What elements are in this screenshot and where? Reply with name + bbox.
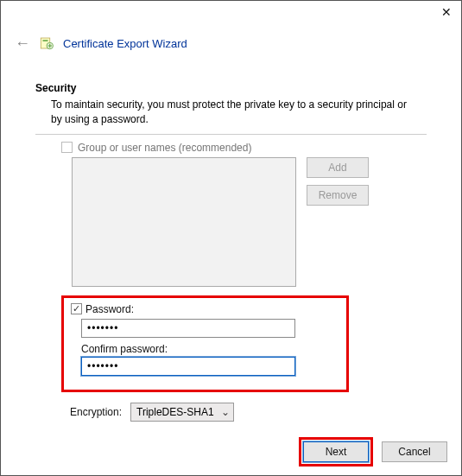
add-button: Add bbox=[307, 157, 369, 178]
encryption-dropdown[interactable]: TripleDES-SHA1 ⌄ bbox=[130, 403, 234, 422]
content-area: Security To maintain security, you must … bbox=[1, 65, 461, 422]
encryption-label: Encryption: bbox=[70, 406, 122, 418]
next-button-highlight: Next bbox=[299, 437, 373, 466]
close-icon[interactable]: ✕ bbox=[439, 4, 454, 20]
checkmark-icon: ✓ bbox=[73, 304, 80, 314]
back-arrow-icon: ← bbox=[15, 35, 30, 51]
encryption-selected-value: TripleDES-SHA1 bbox=[136, 406, 214, 418]
confirm-password-label: Confirm password: bbox=[71, 343, 339, 355]
svg-rect-1 bbox=[43, 40, 48, 41]
separator bbox=[35, 134, 427, 135]
header: ← Certificate Export Wizard bbox=[1, 29, 461, 65]
chevron-down-icon: ⌄ bbox=[218, 406, 233, 418]
group-buttons: Add Remove bbox=[307, 157, 369, 206]
wizard-title: Certificate Export Wizard bbox=[63, 37, 187, 50]
group-checkbox-label: Group or user names (recommended) bbox=[78, 142, 251, 154]
titlebar: ✕ bbox=[1, 1, 461, 29]
password-label: Password: bbox=[85, 303, 134, 315]
section-description: To maintain security, you must protect t… bbox=[35, 98, 427, 127]
encryption-row: Encryption: TripleDES-SHA1 ⌄ bbox=[35, 403, 427, 422]
password-checkbox-row: ✓ Password: bbox=[71, 303, 339, 315]
certificate-wizard-icon bbox=[39, 35, 54, 51]
group-checkbox[interactable] bbox=[61, 142, 73, 153]
password-checkbox[interactable]: ✓ bbox=[71, 303, 82, 314]
group-checkbox-row: Group or user names (recommended) bbox=[35, 142, 427, 154]
cancel-button[interactable]: Cancel bbox=[382, 441, 447, 462]
next-button[interactable]: Next bbox=[303, 441, 369, 462]
password-field[interactable] bbox=[81, 319, 295, 338]
password-section-highlight: ✓ Password: Confirm password: bbox=[61, 295, 349, 392]
remove-button: Remove bbox=[307, 185, 369, 206]
footer-buttons: Next Cancel bbox=[299, 437, 447, 466]
confirm-password-field[interactable] bbox=[81, 357, 295, 376]
group-area: Add Remove bbox=[35, 157, 427, 287]
group-listbox bbox=[72, 157, 296, 287]
section-heading: Security bbox=[35, 82, 427, 94]
